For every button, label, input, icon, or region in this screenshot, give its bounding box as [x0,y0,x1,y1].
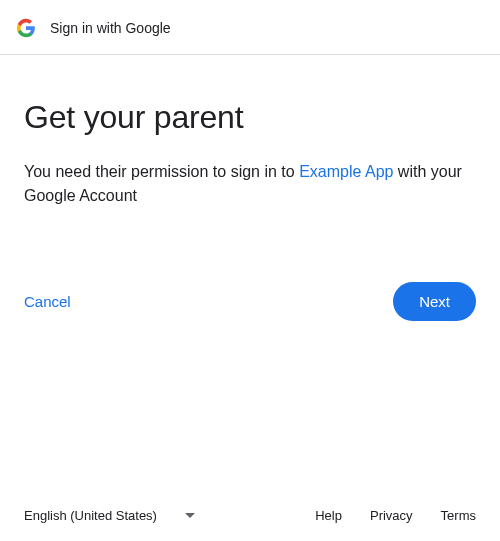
terms-link[interactable]: Terms [441,508,476,523]
google-logo-icon [16,18,36,38]
app-name-link[interactable]: Example App [299,163,393,180]
help-link[interactable]: Help [315,508,342,523]
main-content: Get your parent You need their permissio… [0,55,500,492]
page-heading: Get your parent [24,99,476,136]
chevron-down-icon [185,513,195,518]
footer-links: Help Privacy Terms [315,508,476,523]
footer-bar: English (United States) Help Privacy Ter… [0,492,500,541]
cancel-button[interactable]: Cancel [24,285,71,318]
header-bar: Sign in with Google [0,0,500,55]
next-button[interactable]: Next [393,282,476,321]
subtitle-prefix: You need their permission to sign in to [24,163,299,180]
privacy-link[interactable]: Privacy [370,508,413,523]
language-label: English (United States) [24,508,157,523]
language-selector[interactable]: English (United States) [24,508,195,523]
header-title: Sign in with Google [50,20,171,36]
subtitle-text: You need their permission to sign in to … [24,160,476,208]
button-row: Cancel Next [24,282,476,321]
